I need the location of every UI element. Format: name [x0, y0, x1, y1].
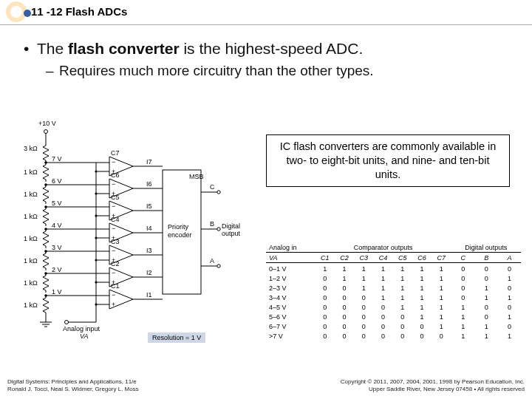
table-row: 5–6 V0000011101: [266, 313, 521, 322]
label-comp: C2: [111, 260, 120, 267]
th-group-digital: Digital outputs: [451, 242, 521, 253]
truth-table-table: Analog in Comparator outputs Digital out…: [266, 242, 521, 341]
svg-text:−: −: [112, 202, 115, 210]
table-cell: 0: [475, 303, 498, 313]
table-cell: 0: [316, 332, 335, 341]
label-comp: C5: [111, 194, 120, 201]
label-node: 6 V: [52, 177, 62, 185]
table-cell: 0: [335, 332, 354, 341]
svg-point-60: [217, 191, 220, 194]
table-cell: 0: [316, 284, 335, 293]
table-cell: 1: [475, 284, 498, 293]
table-cell: 1: [432, 293, 451, 303]
label-comp: C3: [111, 238, 120, 245]
table-cell: 1: [393, 274, 412, 284]
slide-footer: Digital Systems: Principles and Applicat…: [0, 369, 532, 395]
svg-text:−: −: [112, 158, 115, 166]
label-comp: C7: [111, 149, 120, 157]
table-cell: 0: [475, 274, 498, 284]
th-group-analog: Analog in: [266, 242, 316, 253]
table-cell: 0: [316, 274, 335, 284]
label-r: 1 kΩ: [24, 168, 38, 176]
b1-post: is the highest-speed ADC.: [180, 40, 364, 57]
table-cell: 0: [316, 293, 335, 303]
table-cell: 1: [354, 263, 373, 274]
table-cell: 1: [354, 284, 373, 293]
table-cell: 2–3 V: [266, 284, 316, 293]
footer-book-title: Digital Systems: Principles and Applicat…: [7, 378, 139, 386]
table-cell: 0: [373, 332, 392, 341]
svg-point-4: [65, 321, 69, 324]
table-cell: 1: [451, 303, 474, 313]
table-cell: 1: [335, 274, 354, 284]
table-cell: 1: [373, 284, 392, 293]
info-callout-box: IC flash converters are commonly availab…: [266, 134, 510, 187]
table-cell: 0: [393, 332, 412, 341]
table-cell: 1: [498, 274, 521, 284]
circuit-svg: +10 V 3 kΩ7 VC7−+I71 kΩ6 VC6−+I61 kΩ5 VC…: [22, 118, 251, 340]
table-cell: 1: [412, 274, 432, 284]
svg-point-62: [217, 228, 220, 231]
table-cell: 0: [373, 313, 392, 322]
th-col: C3: [354, 253, 373, 263]
table-cell: 1: [373, 263, 392, 274]
table-cell: 1: [498, 293, 521, 303]
table-cell: 5–6 V: [266, 313, 316, 322]
resolution-badge: Resolution = 1 V: [148, 332, 205, 343]
label-comp: C1: [111, 282, 120, 290]
table-row: 6–7 V0000001110: [266, 322, 521, 332]
table-cell: 1–2 V: [266, 274, 316, 284]
table-cell: 1: [432, 303, 451, 313]
svg-point-24: [95, 214, 97, 216]
label-vsupply: +10 V: [38, 120, 56, 127]
table-cell: 0: [393, 322, 412, 332]
table-row: 0–1 V1111111000: [266, 263, 521, 274]
th-group-comp: Comparator outputs: [316, 242, 451, 253]
table-cell: 1: [316, 263, 335, 274]
table-cell: 6–7 V: [266, 322, 316, 332]
label-node: 5 V: [52, 200, 62, 207]
table-cell: 1: [393, 293, 412, 303]
table-row: 1–2 V0111111001: [266, 274, 521, 284]
table-cell: 0: [498, 284, 521, 293]
table-cell: 1: [412, 293, 432, 303]
svg-point-64: [217, 265, 220, 267]
label-r: 1 kΩ: [24, 213, 38, 220]
th-col: B: [475, 253, 498, 263]
label-out: A: [210, 257, 214, 265]
svg-point-38: [95, 259, 97, 261]
table-cell: >7 V: [266, 332, 316, 341]
table-cell: 1: [354, 274, 373, 284]
table-cell: 3–4 V: [266, 293, 316, 303]
table-cell: 0: [354, 322, 373, 332]
table-cell: 0: [451, 263, 474, 274]
label-iline: I4: [146, 225, 152, 232]
svg-text:−: −: [112, 269, 115, 276]
table-cell: 1: [498, 332, 521, 341]
table-cell: 0: [354, 313, 373, 322]
label-msb: MSB: [189, 173, 204, 180]
label-out: B: [210, 220, 214, 228]
label-output: output: [222, 230, 241, 237]
th-col: C4: [373, 253, 392, 263]
table-cell: 1: [475, 332, 498, 341]
slide-title: 11 -12 Flash ADCs: [31, 5, 127, 18]
footer-left: Digital Systems: Principles and Applicat…: [7, 378, 139, 393]
table-cell: 1: [335, 263, 354, 274]
table-cell: 0: [335, 313, 354, 322]
table-row: >7 V0000000111: [266, 332, 521, 341]
b1-bold: flash converter: [68, 40, 180, 57]
th-col: C6: [412, 253, 432, 263]
slide-header: 11 -12 Flash ADCs: [0, 0, 532, 25]
table-cell: 1: [432, 274, 451, 284]
table-cell: 0: [316, 313, 335, 322]
table-cell: 0: [335, 303, 354, 313]
table-row: 2–3 V0011111010: [266, 284, 521, 293]
label-r: 1 kΩ: [24, 301, 38, 309]
table-cell: 1: [373, 274, 392, 284]
table-cell: 0: [393, 313, 412, 322]
table-cell: 1: [432, 313, 451, 322]
table-cell: 0: [451, 293, 474, 303]
table-cell: 0: [475, 263, 498, 274]
table-cell: 0: [316, 322, 335, 332]
